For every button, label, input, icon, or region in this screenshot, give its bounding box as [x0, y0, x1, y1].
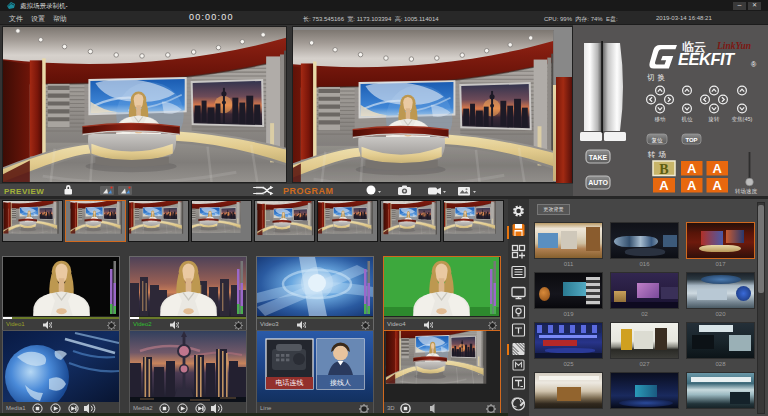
svg-text:移动: 移动	[655, 116, 667, 123]
svg-text:AUTO: AUTO	[588, 179, 608, 186]
svg-text:EEKFIT: EEKFIT	[678, 50, 736, 68]
svg-text:TAKE: TAKE	[589, 154, 608, 161]
svg-text:变焦(45): 变焦(45)	[732, 116, 753, 123]
svg-text:转场速度: 转场速度	[735, 188, 758, 195]
svg-text:旋转: 旋转	[708, 116, 721, 123]
svg-text:切换: 切换	[647, 73, 668, 82]
svg-text:复位: 复位	[652, 137, 664, 144]
svg-text:机位: 机位	[682, 116, 694, 123]
svg-text:TOP: TOP	[685, 137, 697, 143]
svg-text:®: ®	[751, 61, 757, 68]
svg-text:A: A	[713, 178, 723, 193]
svg-text:PROGRAM: PROGRAM	[283, 186, 334, 196]
svg-text:PREVIEW: PREVIEW	[4, 187, 44, 196]
svg-text:A: A	[687, 178, 697, 193]
svg-text:电话连线: 电话连线	[276, 379, 304, 387]
svg-text:接线人: 接线人	[330, 379, 351, 387]
svg-text:A: A	[713, 161, 723, 176]
svg-text:A: A	[687, 161, 697, 176]
svg-text:A: A	[659, 178, 669, 193]
svg-text:B: B	[659, 162, 668, 177]
svg-text:转场: 转场	[647, 150, 669, 159]
